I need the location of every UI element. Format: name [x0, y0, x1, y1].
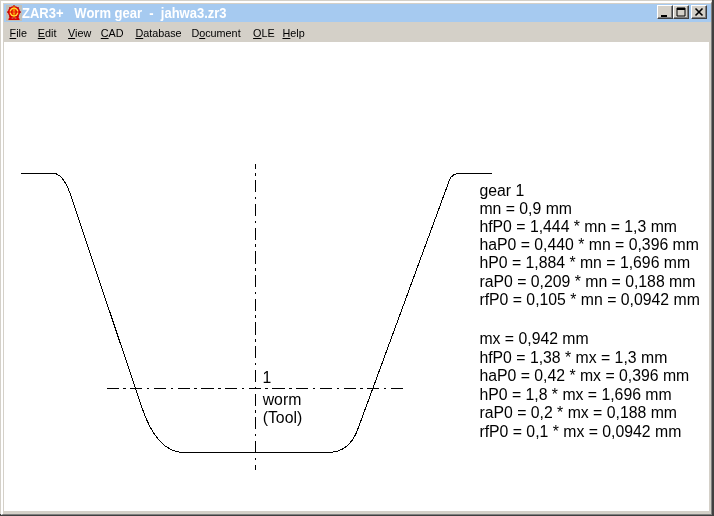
svg-text:gear 1: gear 1 — [479, 182, 524, 199]
svg-text:1: 1 — [262, 369, 271, 386]
svg-text:(Tool): (Tool) — [263, 409, 303, 426]
svg-text:mn = 0,9 mm: mn = 0,9 mm — [479, 200, 572, 217]
svg-text:haP0 = 0,42 * mx = 0,396 mm: haP0 = 0,42 * mx = 0,396 mm — [479, 367, 689, 384]
svg-text:hP0 = 1,8 * mx = 1,696 mm: hP0 = 1,8 * mx = 1,696 mm — [479, 386, 671, 403]
svg-text:rfP0 = 0,105 * mn = 0,0942 mm: rfP0 = 0,105 * mn = 0,0942 mm — [479, 291, 699, 308]
svg-text:worm: worm — [262, 391, 302, 408]
svg-text:hfP0 = 1,444 * mn = 1,3 mm: hfP0 = 1,444 * mn = 1,3 mm — [479, 218, 677, 235]
svg-text:haP0 = 0,440 * mn = 0,396 mm: haP0 = 0,440 * mn = 0,396 mm — [479, 236, 699, 253]
svg-text:raP0 = 0,2 * mx = 0,188 mm: raP0 = 0,2 * mx = 0,188 mm — [479, 404, 677, 421]
svg-text:mx = 0,942 mm: mx = 0,942 mm — [479, 330, 588, 347]
svg-text:hP0 = 1,884 * mn = 1,696 mm: hP0 = 1,884 * mn = 1,696 mm — [479, 254, 690, 271]
svg-text:hfP0 = 1,38 * mx = 1,3 mm: hfP0 = 1,38 * mx = 1,3 mm — [479, 349, 667, 366]
svg-text:raP0 = 0,209 * mn = 0,188 mm: raP0 = 0,209 * mn = 0,188 mm — [479, 273, 695, 290]
svg-text:rfP0 = 0,1 * mx = 0,0942 mm: rfP0 = 0,1 * mx = 0,0942 mm — [479, 423, 681, 440]
